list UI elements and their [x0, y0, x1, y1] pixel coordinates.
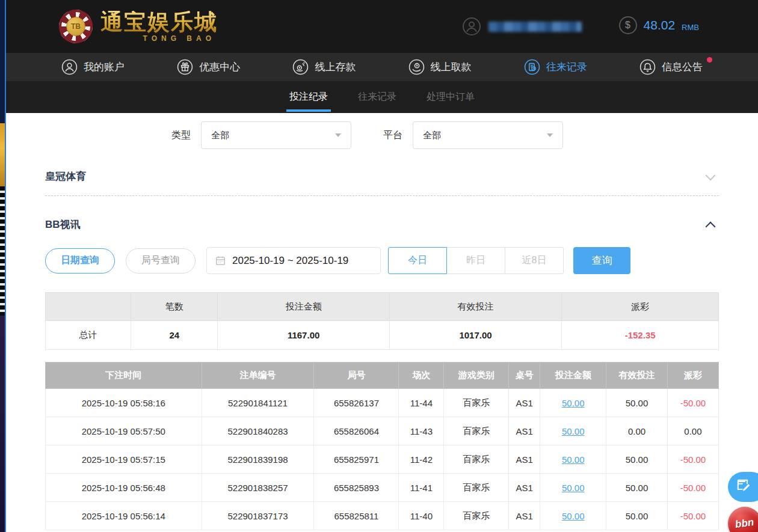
- table-cell: 2025-10-19 05:58:16: [46, 389, 202, 417]
- summary-head-row: 笔数投注金额有效投注派彩: [46, 293, 719, 321]
- table-cell: 0.00: [667, 417, 718, 445]
- table-cell: 百家乐: [444, 445, 508, 474]
- table-cell: 0.00: [606, 417, 668, 445]
- summary-header-cell: 派彩: [562, 293, 719, 321]
- table-cell: 百家乐: [444, 417, 508, 445]
- nav-label: 往来记录: [546, 60, 587, 74]
- balance-currency: RMB: [682, 16, 699, 37]
- gift-icon: [177, 59, 193, 75]
- bet-header-cell: 游戏类别: [444, 362, 508, 389]
- records-icon: [524, 59, 540, 75]
- table-cell: -50.00: [667, 502, 718, 530]
- main-nav: 我的账户 优惠中心 线上存款: [6, 53, 758, 81]
- user-area: $ 48.02 RMB: [462, 16, 699, 37]
- bet-amount-link[interactable]: 50.00: [540, 502, 606, 530]
- tab-transaction-records[interactable]: 往来记录: [357, 81, 398, 113]
- section-bb-video[interactable]: BB视讯: [45, 196, 719, 231]
- bet-amount-link[interactable]: 50.00: [540, 389, 606, 417]
- table-cell: AS1: [508, 389, 540, 417]
- table-row: 2025-10-19 05:56:48522901838257655825893…: [46, 474, 719, 502]
- edge-band-stripes: [0, 186, 5, 316]
- site-logo[interactable]: TB 通宝娱乐城 TONG BAO: [59, 10, 218, 43]
- summary-bet-amount: 1167.00: [218, 321, 389, 350]
- bet-amount-link[interactable]: 50.00: [540, 445, 606, 474]
- background-edge-strip: [0, 0, 6, 532]
- table-cell: 11-44: [399, 389, 444, 417]
- summary-payout: -152.35: [562, 321, 719, 350]
- table-cell: 2025-10-19 05:57:15: [46, 445, 202, 474]
- nav-label: 信息公告: [662, 60, 703, 74]
- table-cell: 11-42: [399, 445, 444, 474]
- date-query-button[interactable]: 日期查询: [45, 248, 115, 274]
- table-cell: 655825893: [314, 474, 399, 502]
- customer-service-button[interactable]: [728, 472, 758, 502]
- table-cell: 655826137: [314, 389, 399, 417]
- table-cell: AS1: [508, 417, 540, 445]
- bet-header-cell: 局号: [314, 362, 399, 389]
- summary-valid-bet: 1017.00: [389, 321, 561, 350]
- table-cell: 522901840283: [202, 417, 314, 445]
- date-range-input[interactable]: 2025-10-19 ~ 2025-10-19: [206, 247, 381, 274]
- last-8-days-button[interactable]: 近8日: [505, 247, 564, 274]
- round-query-button[interactable]: 局号查询: [126, 248, 196, 274]
- nav-label: 线上存款: [315, 60, 356, 74]
- yesterday-button[interactable]: 昨日: [446, 247, 505, 274]
- table-cell: 2025-10-19 05:57:50: [46, 417, 202, 445]
- quick-range-group: 今日 昨日 近8日: [388, 247, 564, 274]
- table-cell: -50.00: [667, 389, 718, 417]
- table-cell: 百家乐: [444, 389, 508, 417]
- section-crown-sports[interactable]: 皇冠体育: [45, 149, 719, 196]
- bet-records-table: 下注时间注单编号局号场次游戏类别桌号投注金额有效投注派彩 2025-10-19 …: [45, 362, 719, 530]
- pencil-note-icon: [736, 478, 751, 496]
- balance-amount: 48.02: [644, 16, 676, 34]
- today-button[interactable]: 今日: [388, 247, 447, 274]
- table-cell: 11-40: [399, 502, 444, 530]
- wallet-dollar-icon: $: [619, 16, 637, 34]
- nav-announcements[interactable]: 信息公告: [639, 59, 703, 75]
- bet-header-cell: 场次: [399, 362, 444, 389]
- user-avatar-icon: [462, 17, 481, 36]
- table-cell: 522901839198: [202, 445, 314, 474]
- nav-label: 我的账户: [84, 60, 125, 74]
- type-select[interactable]: 全部: [201, 121, 351, 149]
- bet-amount-link[interactable]: 50.00: [540, 417, 606, 445]
- balance[interactable]: $ 48.02 RMB: [619, 16, 699, 37]
- table-cell: 655826064: [314, 417, 399, 445]
- nav-records[interactable]: 往来记录: [524, 59, 587, 75]
- summary-row-label: 总计: [46, 321, 131, 350]
- table-cell: 2025-10-19 05:56:14: [46, 502, 202, 530]
- type-select-value: 全部: [211, 130, 229, 141]
- nav-my-account[interactable]: 我的账户: [61, 59, 125, 75]
- bet-amount-link[interactable]: 50.00: [540, 474, 606, 502]
- tab-bet-records[interactable]: 投注纪录: [288, 81, 329, 113]
- platform-select[interactable]: 全部: [413, 121, 563, 149]
- search-button[interactable]: 查询: [573, 247, 630, 274]
- content: 类型 全部 平台 全部 皇冠体育 BB视讯 日期查询 局号查询: [6, 121, 758, 530]
- type-filter-label: 类型: [171, 129, 191, 142]
- tab-pending-orders[interactable]: 处理中订单: [425, 81, 476, 113]
- edge-band-navy: [0, 0, 5, 123]
- nav-deposit[interactable]: 线上存款: [292, 59, 356, 75]
- chevron-up-icon: [706, 221, 716, 231]
- chevron-down-icon: [335, 133, 341, 137]
- section-title: 皇冠体育: [45, 170, 86, 183]
- calendar-icon: [215, 255, 226, 266]
- username-redacted[interactable]: [488, 22, 582, 32]
- nav-promotions[interactable]: 优惠中心: [177, 59, 240, 75]
- table-cell: 百家乐: [444, 502, 508, 530]
- table-cell: 百家乐: [444, 474, 508, 502]
- summary-header-cell: 有效投注: [389, 293, 561, 321]
- logo-title: 通宝娱乐城: [100, 11, 218, 33]
- table-cell: -50.00: [667, 445, 718, 474]
- chevron-down-icon: [547, 133, 553, 137]
- date-range-value: 2025-10-19 ~ 2025-10-19: [232, 255, 348, 267]
- table-row: 2025-10-19 05:57:50522901840283655826064…: [46, 417, 719, 445]
- query-controls: 日期查询 局号查询 2025-10-19 ~ 2025-10-19 今日 昨日 …: [45, 247, 719, 274]
- logo-text: 通宝娱乐城 TONG BAO: [100, 11, 218, 43]
- platform-filter-label: 平台: [383, 129, 402, 142]
- bet-header-cell: 下注时间: [46, 362, 202, 389]
- nav-withdraw[interactable]: 线上取款: [408, 59, 472, 75]
- bet-header-cell: 派彩: [667, 362, 718, 389]
- top-bar: TB 通宝娱乐城 TONG BAO $ 48.02 RMB: [6, 0, 758, 53]
- bet-header-cell: 桌号: [508, 362, 540, 389]
